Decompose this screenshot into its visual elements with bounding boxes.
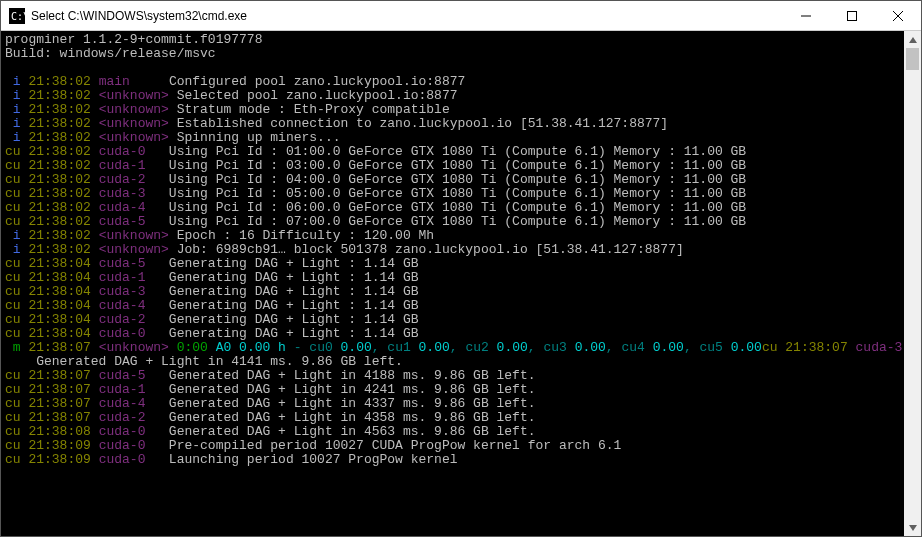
log-tag: cuda-2	[99, 410, 146, 425]
hash-f: , cu2	[450, 340, 497, 355]
log-ts: 21:38:07	[28, 340, 90, 355]
log-msg: Generated DAG + Light in 4141 ms. 9.86 G…	[5, 354, 403, 369]
log-level-cu: cu	[5, 284, 28, 299]
log-ts: 21:38:02	[28, 74, 90, 89]
wrap-tag: cu	[762, 340, 785, 355]
log-ts: 21:38:02	[28, 130, 90, 145]
hash-g: , cu3	[528, 340, 575, 355]
z0: 0.00	[341, 340, 372, 355]
log-msg: Generating DAG + Light : 1.14 GB	[169, 298, 419, 313]
log-ts: 21:38:02	[28, 116, 90, 131]
log-ts: 21:38:04	[28, 298, 90, 313]
log-msg: Launching period 10027 ProgPow kernel	[169, 452, 458, 467]
log-msg: Generating DAG + Light : 1.14 GB	[169, 284, 419, 299]
log-msg: Using Pci Id : 06:00.0 GeForce GTX 1080 …	[169, 200, 746, 215]
log-level-cu: cu	[5, 186, 28, 201]
log-ts: 21:38:08	[28, 424, 90, 439]
log-msg: Job: 6989cb91… block 501378 zano.luckypo…	[177, 242, 684, 257]
log-tag: <unknown>	[99, 242, 169, 257]
log-tag: cuda-2	[99, 172, 146, 187]
log-tag: cuda-0	[99, 438, 146, 453]
log-ts: 21:38:02	[28, 144, 90, 159]
log-level-cu: cu	[5, 424, 28, 439]
log-msg: Epoch : 16 Difficulty : 120.00 Mh	[177, 228, 434, 243]
log-tag: cuda-4	[99, 200, 146, 215]
log-tag: cuda-0	[99, 144, 146, 159]
log-ts: 21:38:04	[28, 270, 90, 285]
log-level-i: i	[5, 228, 28, 243]
log-level-cu: cu	[5, 172, 28, 187]
log-tag: cuda-3	[99, 284, 146, 299]
hash-i: , cu5	[684, 340, 731, 355]
log-level-i: i	[5, 88, 28, 103]
hash-e: , cu1	[372, 340, 419, 355]
log-ts: 21:38:02	[28, 88, 90, 103]
log-msg: Generated DAG + Light in 4241 ms. 9.86 G…	[169, 382, 536, 397]
log-ts: 21:38:09	[28, 452, 90, 467]
log-ts: 21:38:07	[28, 410, 90, 425]
log-ts: 21:38:02	[28, 214, 90, 229]
scroll-thumb[interactable]	[906, 48, 919, 70]
log-level-cu: cu	[5, 270, 28, 285]
z4: 0.00	[653, 340, 684, 355]
scroll-down-icon[interactable]	[904, 519, 921, 536]
hash-h: , cu4	[606, 340, 653, 355]
window-controls	[783, 1, 921, 30]
log-tag: cuda-1	[99, 270, 146, 285]
log-tag: cuda-0	[99, 326, 146, 341]
minimize-button[interactable]	[783, 1, 829, 30]
cmd-icon: C:\	[9, 8, 25, 24]
z2: 0.00	[497, 340, 528, 355]
log-tag: cuda-5	[99, 256, 146, 271]
log-tag: main	[99, 74, 130, 89]
wrap-ts: 21:38:07	[785, 340, 855, 355]
log-tag: cuda-1	[99, 382, 146, 397]
terminal-area: progminer 1.1.2-9+commit.f0197778 Build:…	[1, 31, 921, 536]
hash-c: 0.00 h	[239, 340, 286, 355]
log-level-i: i	[5, 116, 28, 131]
log-level-i: i	[5, 102, 28, 117]
log-msg: Using Pci Id : 04:00.0 GeForce GTX 1080 …	[169, 172, 746, 187]
log-tag: cuda-2	[99, 312, 146, 327]
log-tag: cuda-5	[99, 368, 146, 383]
log-ts: 21:38:04	[28, 284, 90, 299]
svg-rect-3	[848, 11, 857, 20]
log-tag: <unknown>	[99, 102, 169, 117]
log-msg: Using Pci Id : 05:00.0 GeForce GTX 1080 …	[169, 186, 746, 201]
hash-a: 0:00	[177, 340, 208, 355]
log-level-cu: cu	[5, 200, 28, 215]
terminal-output[interactable]: progminer 1.1.2-9+commit.f0197778 Build:…	[1, 31, 904, 536]
log-msg: Generating DAG + Light : 1.14 GB	[169, 326, 419, 341]
log-msg: Established connection to zano.luckypool…	[177, 116, 668, 131]
log-ts: 21:38:04	[28, 256, 90, 271]
log-level-cu: cu	[5, 158, 28, 173]
log-tag: cuda-0	[99, 452, 146, 467]
log-tag: <unknown>	[99, 130, 169, 145]
log-level-i: i	[5, 242, 28, 257]
log-tag: cuda-4	[99, 396, 146, 411]
log-tag: <unknown>	[99, 340, 169, 355]
cmd-window: C:\ Select C:\WINDOWS\system32\cmd.exe p…	[0, 0, 922, 537]
close-button[interactable]	[875, 1, 921, 30]
vertical-scrollbar[interactable]	[904, 31, 921, 536]
log-ts: 21:38:02	[28, 242, 90, 257]
titlebar[interactable]: C:\ Select C:\WINDOWS\system32\cmd.exe	[1, 1, 921, 31]
log-ts: 21:38:07	[28, 396, 90, 411]
log-msg: Configured pool zano.luckypool.io:8877	[169, 74, 465, 89]
log-level-cu: cu	[5, 382, 28, 397]
log-ts: 21:38:04	[28, 326, 90, 341]
log-tag: <unknown>	[99, 88, 169, 103]
log-msg: Generated DAG + Light in 4337 ms. 9.86 G…	[169, 396, 536, 411]
maximize-button[interactable]	[829, 1, 875, 30]
log-msg: Spinning up miners...	[177, 130, 341, 145]
build-info: Build: windows/release/msvc	[5, 46, 216, 61]
log-msg: Generated DAG + Light in 4563 ms. 9.86 G…	[169, 424, 536, 439]
log-tag: cuda-0	[99, 424, 146, 439]
log-msg: Using Pci Id : 03:00.0 GeForce GTX 1080 …	[169, 158, 746, 173]
log-tag: <unknown>	[99, 116, 169, 131]
log-level-cu: cu	[5, 312, 28, 327]
log-level-cu: cu	[5, 410, 28, 425]
log-ts: 21:38:02	[28, 186, 90, 201]
z3: 0.00	[575, 340, 606, 355]
scroll-up-icon[interactable]	[904, 31, 921, 48]
